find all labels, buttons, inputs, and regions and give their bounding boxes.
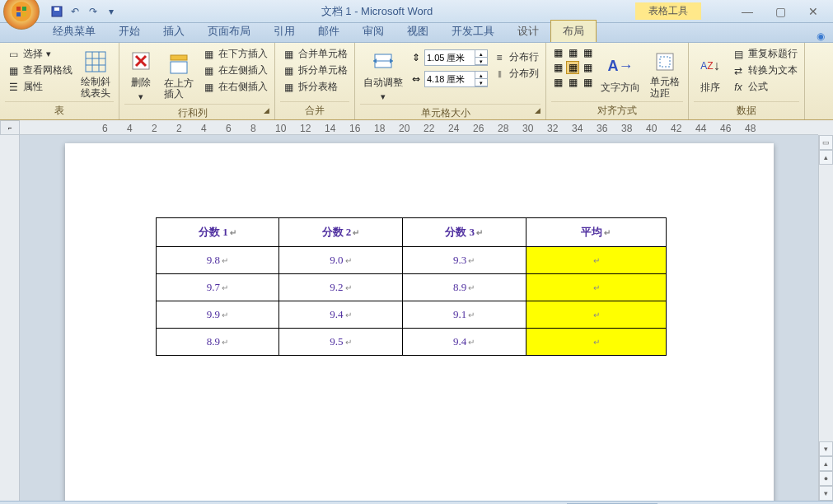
table-header[interactable]: 分数 2↵ — [279, 218, 403, 247]
table-header[interactable]: 分数 1↵ — [156, 218, 279, 247]
ruler-corner[interactable]: ⌐ — [0, 120, 20, 135]
scroll-track[interactable] — [819, 165, 833, 441]
table-row[interactable]: 9.8↵9.0↵9.3↵↵ — [156, 247, 666, 274]
align-bl-icon[interactable]: ▦ — [551, 76, 564, 89]
align-ml-icon[interactable]: ▦ — [551, 61, 564, 74]
svg-rect-21 — [657, 54, 673, 70]
table-row[interactable]: 9.7↵9.2↵8.9↵↵ — [156, 274, 666, 301]
delete-button[interactable]: 删除▾ — [124, 46, 157, 104]
height-up[interactable]: ▴ — [475, 50, 487, 58]
tab-review[interactable]: 审阅 — [351, 21, 395, 42]
insert-below-button[interactable]: ▦在下方插入 — [200, 46, 269, 62]
close-button[interactable]: ✕ — [800, 3, 826, 20]
draw-diagonal-button[interactable]: 绘制斜线表头 — [77, 46, 114, 101]
maximize-button[interactable]: ▢ — [767, 3, 793, 20]
insert-right-button[interactable]: ▦在右侧插入 — [200, 79, 269, 95]
quick-access-toolbar: ↶ ↷ ▾ — [49, 4, 119, 19]
distribute-rows-button[interactable]: ≡分布行 — [491, 49, 541, 65]
tab-developer[interactable]: 开发工具 — [440, 21, 506, 42]
tab-references[interactable]: 引用 — [262, 21, 307, 42]
table-row[interactable]: 9.9↵9.4↵9.1↵↵ — [156, 301, 666, 329]
cell-size-launcher[interactable]: ◢ — [535, 106, 541, 114]
table-cell[interactable]: 9.5↵ — [279, 329, 403, 356]
table-cell[interactable]: 8.9↵ — [156, 329, 279, 356]
document-area[interactable]: 分数 1↵分数 2↵分数 3↵平均↵ 9.8↵9.0↵9.3↵↵9.7↵9.2↵… — [20, 135, 818, 501]
convert-button[interactable]: ⇄转换为文本 — [730, 63, 799, 78]
formula-icon: fx — [732, 81, 745, 94]
text-direction-label: 文字方向 — [601, 81, 640, 95]
tab-design[interactable]: 设计 — [506, 21, 550, 42]
align-mc-icon[interactable]: ▦ — [566, 61, 579, 74]
save-icon[interactable] — [49, 4, 64, 19]
tab-page-layout[interactable]: 页面布局 — [196, 21, 262, 42]
col-width-input[interactable]: ▴▾ — [424, 71, 488, 87]
tab-classic[interactable]: 经典菜单 — [41, 21, 107, 42]
table-cell[interactable]: 9.4↵ — [402, 329, 526, 356]
vertical-scrollbar[interactable]: ▭ ▴ ▾ ▴ ● ▾ — [818, 135, 833, 501]
autofit-button[interactable]: 自动调整▾ — [360, 46, 406, 104]
table-cell[interactable]: 9.0↵ — [279, 247, 403, 274]
table-cell[interactable]: ↵ — [526, 329, 666, 356]
table-cell[interactable]: ↵ — [526, 301, 666, 329]
scroll-up-icon[interactable]: ▴ — [819, 150, 833, 165]
tab-view[interactable]: 视图 — [395, 21, 440, 42]
svg-rect-4 — [22, 12, 26, 16]
tab-home[interactable]: 开始 — [107, 21, 152, 42]
insert-left-button[interactable]: ▦在左侧插入 — [200, 63, 269, 78]
help-icon[interactable]: ◉ — [817, 30, 825, 42]
table-cell[interactable]: ↵ — [526, 247, 666, 274]
width-up[interactable]: ▴ — [475, 72, 487, 79]
document-table[interactable]: 分数 1↵分数 2↵分数 3↵平均↵ 9.8↵9.0↵9.3↵↵9.7↵9.2↵… — [156, 217, 667, 356]
align-tc-icon[interactable]: ▦ — [566, 46, 579, 59]
select-button[interactable]: ▭选择 ▾ — [5, 46, 74, 62]
align-br-icon[interactable]: ▦ — [581, 76, 594, 89]
tab-mailings[interactable]: 邮件 — [307, 21, 351, 42]
align-tr-icon[interactable]: ▦ — [581, 46, 594, 59]
redo-icon[interactable]: ↷ — [86, 4, 101, 19]
split-cells-button[interactable]: ▦拆分单元格 — [280, 63, 349, 78]
merge-cells-button[interactable]: ▦合并单元格 — [280, 46, 349, 62]
vertical-ruler[interactable] — [0, 135, 20, 501]
horizontal-ruler[interactable]: 6422468101214161820222426283032343638404… — [20, 120, 818, 135]
insert-above-button[interactable]: 在上方插入 — [161, 46, 197, 104]
qat-dropdown-icon[interactable]: ▾ — [104, 4, 119, 19]
row-height-input[interactable]: ▴▾ — [424, 49, 488, 66]
distribute-cols-button[interactable]: ⦀分布列 — [491, 66, 541, 82]
rows-cols-launcher[interactable]: ◢ — [264, 106, 269, 114]
tab-insert[interactable]: 插入 — [152, 21, 196, 42]
view-gridlines-button[interactable]: ▦查看网格线 — [5, 63, 74, 78]
prev-page-icon[interactable]: ▴ — [819, 456, 833, 471]
align-bc-icon[interactable]: ▦ — [566, 76, 579, 89]
convert-label: 转换为文本 — [748, 63, 798, 77]
cell-margins-button[interactable]: 单元格边距 — [647, 46, 683, 101]
next-page-icon[interactable]: ▾ — [819, 486, 833, 501]
split-table-button[interactable]: ▦拆分表格 — [280, 79, 349, 95]
table-cell[interactable]: 9.7↵ — [156, 274, 279, 301]
align-tl-icon[interactable]: ▦ — [551, 46, 564, 59]
sort-button[interactable]: AZ↓ 排序 — [694, 46, 727, 101]
ruler-toggle-icon[interactable]: ▭ — [819, 135, 833, 150]
table-header[interactable]: 平均↵ — [526, 218, 666, 247]
table-header[interactable]: 分数 3↵ — [402, 218, 526, 247]
minimize-button[interactable]: — — [734, 3, 760, 20]
formula-button[interactable]: fx公式 — [730, 79, 799, 95]
table-cell[interactable]: 9.1↵ — [402, 301, 526, 329]
table-cell[interactable]: 8.9↵ — [402, 274, 526, 301]
repeat-header-button[interactable]: ▤重复标题行 — [730, 46, 799, 62]
table-cell[interactable]: ↵ — [526, 274, 666, 301]
browse-object-icon[interactable]: ● — [819, 471, 833, 486]
undo-icon[interactable]: ↶ — [68, 4, 82, 19]
width-down[interactable]: ▾ — [475, 79, 487, 86]
align-mr-icon[interactable]: ▦ — [581, 61, 594, 74]
table-cell[interactable]: 9.8↵ — [156, 247, 279, 274]
table-cell[interactable]: 9.4↵ — [279, 301, 403, 329]
text-direction-button[interactable]: A→ 文字方向 — [597, 46, 643, 101]
table-cell[interactable]: 9.2↵ — [279, 274, 403, 301]
table-cell[interactable]: 9.3↵ — [402, 247, 526, 274]
properties-button[interactable]: ☰属性 — [5, 79, 74, 95]
table-row[interactable]: 8.9↵9.5↵9.4↵↵ — [156, 329, 666, 356]
height-down[interactable]: ▾ — [475, 58, 487, 65]
tab-layout[interactable]: 布局 — [550, 20, 597, 42]
table-cell[interactable]: 9.9↵ — [156, 301, 279, 329]
scroll-down-icon[interactable]: ▾ — [819, 441, 833, 456]
